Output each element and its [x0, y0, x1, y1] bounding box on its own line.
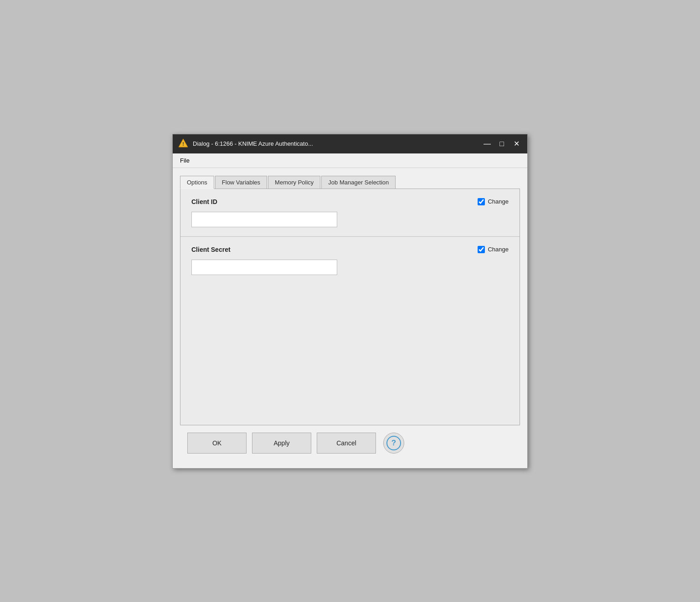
- title-bar-text: Dialog - 6:1266 - KNIME Azure Authentica…: [193, 140, 477, 147]
- apply-button[interactable]: Apply: [252, 433, 311, 454]
- ok-button[interactable]: OK: [187, 433, 247, 454]
- cancel-button[interactable]: Cancel: [317, 433, 376, 454]
- client-secret-change-label: Change: [488, 246, 509, 253]
- minimize-button[interactable]: —: [482, 138, 493, 149]
- client-secret-input[interactable]: [191, 260, 337, 275]
- dialog-body: Options Flow Variables Memory Policy Job…: [173, 168, 527, 468]
- client-secret-section: Client Secret Change: [180, 236, 520, 284]
- main-window: ! Dialog - 6:1266 - KNIME Azure Authenti…: [172, 134, 528, 469]
- close-button[interactable]: ✕: [511, 138, 522, 149]
- tab-options[interactable]: Options: [180, 176, 214, 189]
- client-secret-header: Client Secret Change: [191, 246, 509, 253]
- client-id-change-group: Change: [478, 198, 509, 205]
- tab-job-manager[interactable]: Job Manager Selection: [321, 176, 396, 189]
- tab-memory-policy[interactable]: Memory Policy: [268, 176, 320, 189]
- client-id-input[interactable]: [191, 212, 337, 227]
- tab-content-options: Client ID Change Client Secret Change: [180, 189, 520, 425]
- client-secret-label: Client Secret: [191, 246, 231, 253]
- client-id-section: Client ID Change: [180, 189, 520, 236]
- menu-bar: File: [173, 153, 527, 168]
- client-id-header: Client ID Change: [191, 198, 509, 205]
- client-id-label: Client ID: [191, 198, 217, 205]
- help-button[interactable]: ?: [383, 433, 404, 454]
- title-bar: ! Dialog - 6:1266 - KNIME Azure Authenti…: [173, 134, 527, 153]
- svg-text:!: !: [182, 141, 184, 147]
- client-id-change-checkbox[interactable]: [478, 198, 485, 205]
- help-icon: ?: [386, 436, 401, 450]
- file-menu[interactable]: File: [176, 155, 193, 166]
- maximize-button[interactable]: □: [496, 138, 507, 149]
- warning-icon: !: [178, 138, 188, 149]
- tab-flow-variables[interactable]: Flow Variables: [215, 176, 267, 189]
- client-secret-change-checkbox[interactable]: [478, 246, 485, 253]
- client-id-change-label: Change: [488, 198, 509, 205]
- tab-strip: Options Flow Variables Memory Policy Job…: [180, 175, 520, 189]
- client-secret-change-group: Change: [478, 246, 509, 253]
- footer-buttons: OK Apply Cancel ?: [180, 425, 520, 461]
- title-bar-controls: — □ ✕: [482, 138, 522, 149]
